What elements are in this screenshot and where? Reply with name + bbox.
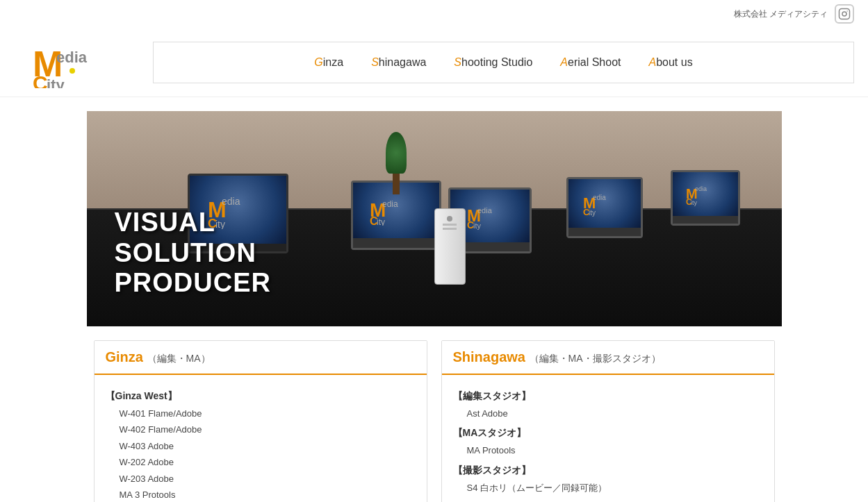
svg-text:ity: ity — [589, 209, 596, 217]
nav-aerial-rest: erial Shoot — [568, 56, 621, 68]
shinagawa-item-3-1: S4 白ホリ（ムービー／同録可能） — [453, 480, 763, 496]
main-nav: Ginza Shinagawa Shooting Studio Aerial S… — [153, 42, 854, 83]
monitor-4: M edia C ity — [671, 170, 740, 226]
nav-ginza[interactable]: Ginza — [314, 56, 343, 69]
monitor-base-1 — [353, 238, 439, 248]
hero-image: M edia C ity M edia C ity — [87, 111, 782, 326]
top-bar: 株式会社 メディアシティ — [0, 0, 868, 28]
monitor-base-3 — [568, 228, 641, 236]
shinagawa-card-title: Shinagawa （編集・MA・撮影スタジオ） — [453, 349, 763, 365]
ginza-item-2: W-402 Flame/Adobe — [106, 421, 416, 437]
monitor-logo-3: M edia C ity — [582, 190, 627, 217]
ginza-item-6: MA 3 Protools — [106, 487, 416, 502]
monitor-screen-3: M edia C ity — [568, 179, 641, 228]
ginza-section1-title: 【Ginza West】 — [106, 390, 416, 403]
svg-text:edia: edia — [593, 194, 606, 201]
shinagawa-card-body: 【編集スタジオ】 Ast Adobe 【MAスタジオ】 MA Protools … — [442, 375, 774, 502]
monitor-logo-1: M edia C ity — [368, 194, 424, 226]
plant-decoration — [379, 132, 413, 194]
svg-text:edia: edia — [382, 199, 398, 209]
ginza-item-5: W-203 Adobe — [106, 471, 416, 487]
monitor-logo-4: M edia C ity — [685, 182, 726, 206]
monitor-3: M edia C ity — [566, 177, 643, 238]
shinagawa-section2-title: 【MAスタジオ】 — [453, 427, 763, 440]
svg-text:edia: edia — [222, 196, 240, 207]
hero-section: M edia C ity M edia C ity — [87, 111, 782, 326]
logo-image: M edia C ity — [31, 36, 122, 88]
nav-shinagawa[interactable]: Shinagawa — [371, 56, 426, 69]
nav-aerial-shoot[interactable]: Aerial Shoot — [560, 56, 621, 69]
instagram-button[interactable] — [835, 4, 854, 24]
shinagawa-item-2-1: MA Protools — [453, 442, 763, 458]
nav-ginza-first: G — [314, 56, 322, 68]
ginza-card-title: Ginza （編集・MA） — [106, 349, 416, 365]
monitor-logo-2: M edia C ity — [466, 202, 514, 230]
svg-point-1 — [842, 12, 846, 16]
nav-shinagawa-rest: hinagawa — [379, 56, 427, 68]
ginza-card-header: Ginza （編集・MA） — [95, 341, 427, 375]
shinagawa-section3-title: 【撮影スタジオ】 — [453, 465, 763, 477]
svg-text:ity: ity — [473, 221, 482, 230]
ginza-item-1: W-401 Flame/Adobe — [106, 405, 416, 421]
svg-text:ity: ity — [47, 76, 65, 88]
svg-point-5 — [69, 68, 75, 74]
hero-background: M edia C ity M edia C ity — [87, 111, 782, 326]
shinagawa-card-header: Shinagawa （編集・MA・撮影スタジオ） — [442, 341, 774, 375]
shinagawa-item-1-1: Ast Adobe — [453, 405, 763, 421]
pc-tower — [434, 208, 466, 285]
nav-about-rest: bout us — [656, 56, 692, 68]
nav-shooting-studio[interactable]: Shooting Studio — [454, 56, 532, 69]
monitor-screen-4: M edia C ity — [673, 172, 738, 216]
nav-aerial-first: A — [560, 56, 568, 68]
svg-text:edia: edia — [56, 49, 88, 66]
ginza-item-3: W-403 Adobe — [106, 438, 416, 454]
svg-text:ity: ity — [691, 199, 698, 206]
ginza-card: Ginza （編集・MA） 【Ginza West】 W-401 Flame/A… — [94, 340, 427, 502]
shinagawa-section1-title: 【編集スタジオ】 — [453, 390, 763, 403]
hero-line1: VISUAL SOLUTION PRODUCER — [115, 208, 271, 299]
ginza-card-body: 【Ginza West】 W-401 Flame/Adobe W-402 Fla… — [95, 375, 427, 502]
monitor-base-4 — [673, 216, 738, 224]
nav-ginza-rest: inza — [323, 56, 343, 68]
svg-point-2 — [846, 10, 848, 12]
ginza-item-4: W-202 Adobe — [106, 454, 416, 470]
nav-shooting-first: S — [454, 56, 461, 68]
logo-area[interactable]: M edia C ity — [14, 29, 139, 95]
nav-shooting-rest: hooting Studio — [461, 56, 532, 68]
shinagawa-card: Shinagawa （編集・MA・撮影スタジオ） 【編集スタジオ】 Ast Ad… — [441, 340, 775, 502]
nav-about-us[interactable]: About us — [648, 56, 692, 69]
header: M edia C ity Ginza Shinagawa Shooting St… — [0, 28, 868, 97]
nav-shinagawa-first: S — [371, 56, 379, 68]
svg-text:ity: ity — [377, 217, 385, 226]
svg-rect-0 — [840, 9, 850, 19]
content-section: Ginza （編集・MA） 【Ginza West】 W-401 Flame/A… — [87, 340, 782, 502]
svg-text:edia: edia — [477, 206, 493, 215]
company-name: 株式会社 メディアシティ — [734, 8, 828, 20]
svg-text:C: C — [33, 72, 48, 88]
nav-about-first: A — [648, 56, 656, 68]
hero-text-overlay: VISUAL SOLUTION PRODUCER — [115, 208, 271, 299]
svg-text:edia: edia — [695, 185, 707, 192]
